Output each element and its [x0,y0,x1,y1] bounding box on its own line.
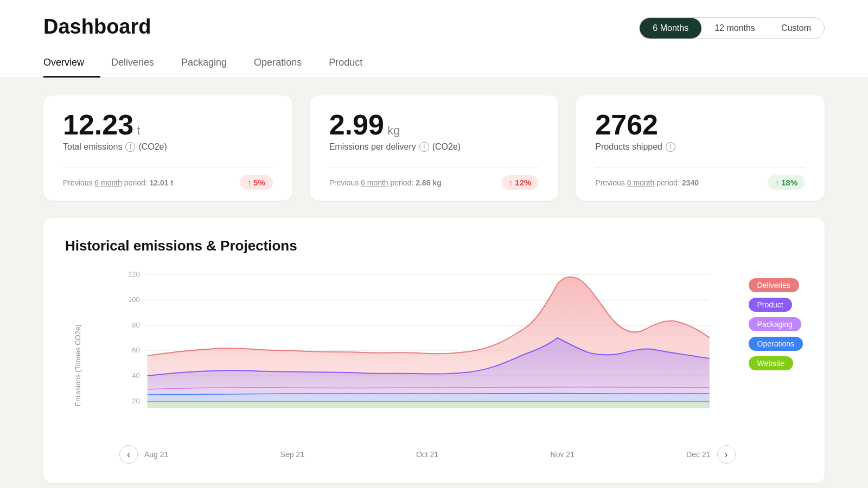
stat-badge-products: ↑ 18% [768,175,805,190]
x-label-dec: Dec 21 [686,450,710,459]
info-icon-emissions[interactable]: i [125,142,135,152]
time-btn-custom[interactable]: Custom [768,18,824,38]
info-icon-per-delivery[interactable]: i [419,142,429,152]
chart-legend: Deliveries Product Packaging Operations … [749,267,803,370]
legend-item-website: Website [749,356,803,370]
svg-text:100: 100 [128,296,140,304]
page-title: Dashboard [43,15,151,38]
chart-y-label: Emissions (Tonnes CO2e) [74,325,82,407]
x-label-nov: Nov 21 [551,450,575,459]
x-label-sep: Sep 21 [280,450,304,459]
stat-label2-emissions: (CO2e) [138,142,167,152]
legend-pill-website[interactable]: Website [749,356,793,370]
stat-label-per-delivery: Emissions per delivery [329,142,416,152]
x-label-oct: Oct 21 [416,450,438,459]
tab-product[interactable]: Product [329,52,379,78]
chart-nav-prev[interactable]: ‹ [119,445,138,464]
tab-packaging[interactable]: Packaging [181,52,243,78]
stat-prev-products: Previous 6 month period: 2340 [595,178,699,187]
chart-card: Historical emissions & Projections Emiss… [43,218,825,483]
stat-prev-emissions: Previous 6 month period: 12.01 t [63,178,173,187]
chart-svg: 120 100 80 60 40 20 [98,267,736,441]
legend-item-packaging: Packaging [749,317,803,331]
stat-badge-emissions: ↑ 5% [240,175,273,190]
legend-pill-product[interactable]: Product [749,298,792,312]
arrow-up-icon-products: ↑ [775,178,779,187]
svg-text:60: 60 [132,346,139,354]
legend-pill-operations[interactable]: Operations [749,337,803,351]
tab-overview[interactable]: Overview [43,52,100,78]
tab-deliveries[interactable]: Deliveries [111,52,170,78]
stats-row: 12.23 t Total emissions i (CO2e) Previou… [43,95,825,201]
chart-title: Historical emissions & Projections [65,237,803,254]
stat-card-per-delivery: 2.99 kg Emissions per delivery i (CO2e) … [310,95,559,201]
stat-unit-emissions: t [137,124,140,138]
x-label-aug: Aug 21 [144,450,168,459]
stat-label-products: Products shipped [595,142,662,152]
stat-card-emissions: 12.23 t Total emissions i (CO2e) Previou… [43,95,292,201]
stat-number-emissions: 12.23 [63,111,133,139]
stat-number-per-delivery: 2.99 [329,111,384,139]
legend-pill-deliveries[interactable]: Deliveries [749,278,799,292]
legend-pill-packaging[interactable]: Packaging [749,317,801,331]
stat-label-emissions: Total emissions [63,142,122,152]
legend-item-operations: Operations [749,337,803,351]
legend-item-deliveries: Deliveries [749,278,803,292]
stat-card-products: 2762 Products shipped i Previous 6 month… [576,95,825,201]
chart-nav-next[interactable]: › [717,445,736,464]
time-selector: 6 Months 12 months Custom [639,17,825,39]
svg-text:20: 20 [132,397,139,405]
stat-number-products: 2762 [595,111,658,139]
stat-prev-per-delivery: Previous 6 month period: 2.68 kg [329,178,442,187]
tab-operations[interactable]: Operations [254,52,318,78]
svg-text:80: 80 [132,321,139,329]
svg-text:40: 40 [132,371,139,380]
info-icon-products[interactable]: i [666,142,675,152]
arrow-up-icon-per-delivery: ↑ [509,178,513,187]
stat-label2-per-delivery: (CO2e) [432,142,461,152]
time-btn-6months[interactable]: 6 Months [640,18,701,38]
legend-item-product: Product [749,298,803,312]
nav-tabs: Overview Deliveries Packaging Operations… [43,52,825,78]
website-area [148,402,710,408]
svg-text:120: 120 [128,270,140,278]
arrow-up-icon-emissions: ↑ [247,178,251,187]
stat-unit-per-delivery: kg [387,124,400,138]
time-btn-12months[interactable]: 12 months [701,18,768,38]
stat-badge-per-delivery: ↑ 12% [501,175,539,190]
